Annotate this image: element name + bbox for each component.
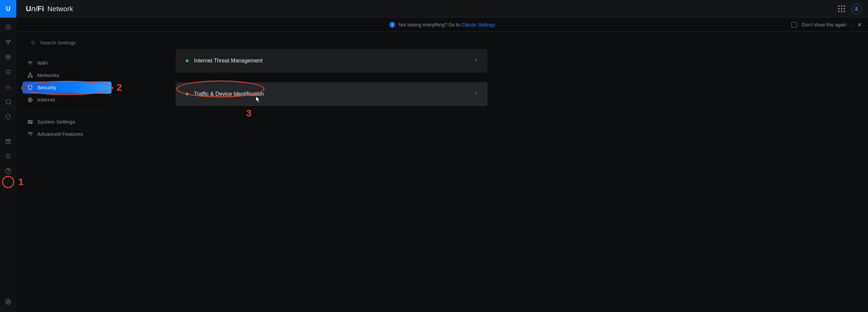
svg-rect-7 [6,70,10,73]
rail-topology[interactable] [4,38,12,46]
chevron-right-icon [473,57,479,64]
search-settings[interactable] [16,35,118,49]
svg-point-22 [31,132,32,133]
sidebar-item-wifi[interactable]: WiFi [22,57,112,69]
dont-show-checkbox[interactable] [791,22,797,27]
unifi-u-icon [4,5,12,13]
brand-logo[interactable] [0,0,16,18]
classic-settings-link[interactable]: Classic Settings [461,22,495,27]
sidebar-item-system-settings[interactable]: System Settings [22,116,112,128]
info-banner: i Not seeing everything? Go to Classic S… [16,18,868,32]
sidebar-item-advanced-features[interactable]: Advanced Features [22,128,112,140]
svg-point-2 [6,40,7,41]
user-icon [854,6,859,12]
status-dot [186,59,189,62]
rail-radio[interactable] [4,53,12,61]
network-icon [27,72,33,78]
card-title: Traffic & Device Identification [194,91,264,97]
close-banner-button[interactable] [856,22,863,28]
svg-rect-15 [31,76,33,77]
svg-point-12 [30,65,31,65]
dont-show-label: Don't show this again [802,22,847,27]
account-avatar[interactable] [851,3,862,14]
brand-wordmark: UniFi [26,4,44,13]
info-icon: i [389,22,395,28]
svg-rect-17 [28,121,33,122]
globe-icon [27,97,33,103]
svg-point-11 [32,41,34,43]
sidebar-item-internet[interactable]: Internet [22,94,112,106]
main-content: Internet Threat Management Traffic & Dev… [118,32,868,312]
rail-dashboard[interactable] [4,23,12,31]
card-traffic-device-identification[interactable]: Traffic & Device Identification [176,82,488,106]
svg-point-3 [9,40,10,41]
sidebar-item-label: System Settings [37,119,75,125]
sidebar-item-networks[interactable]: Networks [22,69,112,81]
brand-title: UniFi Network [26,4,73,13]
card-title: Internet Threat Management [194,58,263,64]
rail-settings[interactable] [4,298,12,306]
rail-stats[interactable] [4,83,12,91]
rail-devices[interactable] [4,68,12,76]
divider [851,21,852,28]
chevron-right-icon [473,91,479,97]
info-banner-text: Not seeing everything? Go to Classic Set… [399,22,495,27]
svg-rect-8 [6,140,10,144]
svg-point-19 [29,121,30,122]
svg-point-20 [31,123,32,124]
search-input[interactable] [39,39,110,46]
sidebar-item-label: Internet [37,97,55,103]
svg-rect-14 [28,76,29,77]
info-banner-prefix: Not seeing everything? Go to [399,22,461,27]
svg-point-10 [7,301,9,303]
status-dot [186,93,189,95]
rail-spacer [4,128,12,130]
sidebar-item-label: Advanced Features [37,131,83,137]
sliders-icon [27,119,33,125]
svg-point-4 [7,43,8,44]
svg-point-21 [28,132,31,134]
rail-security[interactable] [4,113,12,121]
sidebar-divider [16,52,118,52]
svg-point-5 [7,56,9,58]
brand-subtitle: Network [47,5,73,13]
settings-sidebar: WiFi Networks Security Internet System S… [16,18,118,312]
svg-rect-18 [28,123,33,124]
svg-rect-13 [29,73,31,74]
sidebar-item-label: WiFi [37,60,48,66]
card-internet-threat-management[interactable]: Internet Threat Management [176,49,488,73]
sidebar-item-label: Security [37,85,56,91]
svg-point-1 [7,26,8,27]
sidebar-item-label: Networks [37,72,59,78]
svg-point-6 [6,55,10,59]
top-bar: UniFi Network [0,0,868,18]
search-icon [31,40,35,45]
wifi-icon [27,60,33,66]
sidebar-item-security[interactable]: Security [22,81,112,94]
shield-icon [27,85,33,91]
rail-calendar[interactable] [4,137,12,145]
sidebar-divider [22,111,112,111]
nav-rail [0,18,16,312]
advanced-icon [27,131,33,137]
rail-chat[interactable] [4,98,12,106]
apps-grid-icon[interactable] [838,5,845,12]
rail-alerts[interactable] [4,152,12,160]
rail-help[interactable] [4,167,12,175]
settings-nav: WiFi Networks Security Internet System S… [16,54,118,140]
